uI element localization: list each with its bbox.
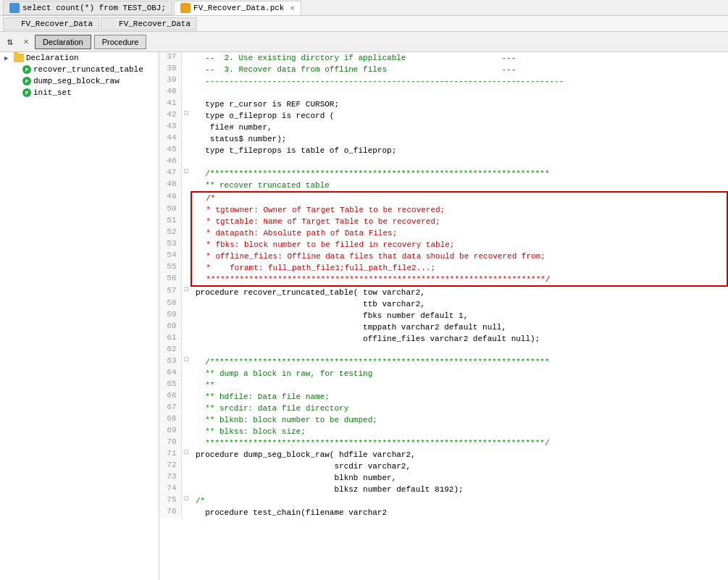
- code-line: ** blknb: block number to be dumped;: [191, 414, 727, 426]
- fold-indicator: [181, 75, 191, 87]
- proc-icon-init: P: [22, 88, 31, 97]
- line-number: 68: [159, 414, 181, 426]
- table-row: 65 **: [159, 379, 727, 391]
- table-row: 43 file# number,: [159, 122, 727, 133]
- table-row: 69 ** blkss: block size;: [159, 426, 727, 437]
- fold-indicator[interactable]: □: [181, 110, 191, 122]
- declaration-button[interactable]: Declaration: [35, 35, 91, 49]
- code-line: blknb number,: [191, 472, 727, 484]
- line-number: 37: [159, 52, 181, 64]
- line-number: 73: [159, 472, 181, 484]
- code-line: * tgttable: Name of Target Table to be r…: [191, 216, 727, 227]
- code-line: file# number,: [191, 122, 727, 133]
- code-line: **: [191, 379, 727, 391]
- fold-indicator: [181, 98, 191, 110]
- table-row: 47□ /***********************************…: [159, 168, 727, 180]
- fold-indicator: [181, 227, 191, 239]
- fold-indicator: [181, 262, 191, 274]
- code-line: type r_cursor is REF CURSOR;: [191, 98, 727, 110]
- line-number: 57: [159, 286, 181, 298]
- table-row: 66 ** hdfile: Data file name;: [159, 391, 727, 403]
- tree-arrow-init: [13, 89, 20, 96]
- line-number: 59: [159, 310, 181, 321]
- sort-icon[interactable]: ⇅: [3, 35, 17, 49]
- line-number: 53: [159, 239, 181, 251]
- line-number: 41: [159, 98, 181, 110]
- secondary-tab-2-label: FV_Recover_Data: [119, 20, 191, 28]
- close-panel-icon[interactable]: ✕: [20, 36, 32, 48]
- table-row: 76 procedure test_chain(filename varchar…: [159, 507, 727, 518]
- line-number: 46: [159, 156, 181, 168]
- table-row: 42□ type o_fileprop is record (: [159, 110, 727, 122]
- line-number: 50: [159, 204, 181, 216]
- fold-indicator: [181, 472, 191, 484]
- code-line: ** hdfile: Data file name;: [191, 391, 727, 403]
- tree-item-recover[interactable]: P recover_truncated_table: [10, 64, 159, 75]
- line-number: 74: [159, 484, 181, 495]
- table-row: 46: [159, 156, 727, 168]
- table-row: 70 *************************************…: [159, 437, 727, 449]
- code-line: ----------------------------------------…: [191, 75, 727, 87]
- code-line: /***************************************…: [191, 356, 727, 368]
- fold-indicator: [181, 156, 191, 168]
- table-row: 44 status$ number);: [159, 133, 727, 145]
- fv-recover-tab-1[interactable]: FV_Recover_Data: [3, 17, 99, 30]
- fold-indicator[interactable]: □: [181, 168, 191, 180]
- line-number: 65: [159, 379, 181, 391]
- table-row: 52 * datapath: Absolute path of Data Fil…: [159, 227, 727, 239]
- fold-indicator: [181, 368, 191, 379]
- code-line: srcdir varchar2,: [191, 461, 727, 472]
- fold-indicator[interactable]: □: [181, 495, 191, 507]
- tab-close-icon[interactable]: ✕: [290, 4, 294, 12]
- line-number: 56: [159, 274, 181, 286]
- secondary-tab-1-label: FV_Recover_Data: [21, 20, 93, 28]
- fold-indicator: [181, 274, 191, 286]
- procedure-button[interactable]: Procedure: [94, 35, 147, 49]
- fv-recover-tab-2[interactable]: FV_Recover_Data: [101, 17, 197, 30]
- tree-item-init[interactable]: P init_set: [10, 87, 159, 98]
- line-number: 49: [159, 192, 181, 204]
- line-number: 64: [159, 368, 181, 379]
- code-line: [191, 345, 727, 356]
- left-panel: ▶ Declaration P recover_truncated_table …: [0, 52, 159, 580]
- fold-indicator: [181, 437, 191, 449]
- fold-indicator[interactable]: □: [181, 449, 191, 461]
- table-row: 55 * foramt: full_path_file1;full_path_f…: [159, 262, 727, 274]
- line-number: 60: [159, 321, 181, 333]
- tree-arrow-declaration: ▶: [4, 54, 12, 62]
- code-line: blksz number default 8192);: [191, 484, 727, 495]
- code-line: ** blkss: block size;: [191, 426, 727, 437]
- fold-indicator: [181, 414, 191, 426]
- code-line: -- 3. Recover data from offline files --…: [191, 64, 727, 75]
- code-table: 37 -- 2. Use existing dirctory if applic…: [159, 52, 728, 518]
- fold-indicator: [181, 145, 191, 156]
- fold-indicator: [181, 216, 191, 227]
- sql-query-tab[interactable]: select count(*) from TEST_OBJ;: [3, 1, 172, 15]
- tree-item-dump[interactable]: P dump_seg_block_raw: [10, 75, 159, 87]
- fold-indicator: [181, 239, 191, 251]
- sql-tab-label: select count(*) from TEST_OBJ;: [22, 4, 166, 12]
- table-row: 64 ** dump a block in raw, for testing: [159, 368, 727, 379]
- code-line: ** recover truncated table: [191, 180, 727, 192]
- fold-indicator[interactable]: □: [181, 286, 191, 298]
- tree-label-init: init_set: [33, 88, 72, 97]
- table-row: 49 /*: [159, 192, 727, 204]
- table-row: 71□procedure dump_seg_block_raw( hdfile …: [159, 449, 727, 461]
- pkg-file-tab[interactable]: FV_Recover_Data.pck ✕: [174, 1, 301, 15]
- code-line: tmppath varchar2 default null,: [191, 321, 727, 333]
- fold-indicator: [181, 87, 191, 98]
- table-row: 75□/*: [159, 495, 727, 507]
- fold-indicator: [181, 379, 191, 391]
- line-number: 66: [159, 391, 181, 403]
- fold-indicator: [181, 251, 191, 262]
- line-number: 52: [159, 227, 181, 239]
- tree-item-declaration[interactable]: ▶ Declaration: [1, 52, 159, 64]
- table-row: 72 srcdir varchar2,: [159, 461, 727, 472]
- fold-indicator: [181, 133, 191, 145]
- tree-label-recover: recover_truncated_table: [33, 65, 143, 74]
- table-row: 56 *************************************…: [159, 274, 727, 286]
- fold-indicator[interactable]: □: [181, 356, 191, 368]
- line-number: 76: [159, 507, 181, 518]
- code-line: /***************************************…: [191, 168, 727, 180]
- code-line: * offline_files: Offline data files that…: [191, 251, 727, 262]
